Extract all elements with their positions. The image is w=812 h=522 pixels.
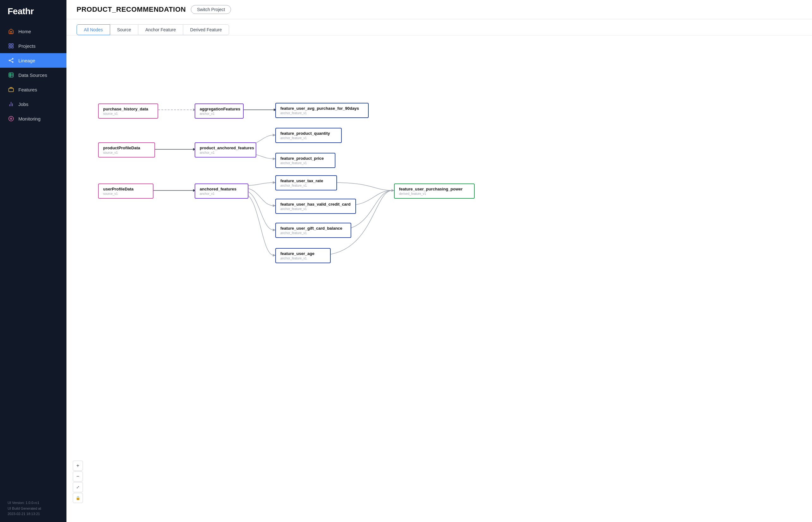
sidebar-item-features[interactable]: Features: [0, 82, 66, 97]
node-sub: source_v1: [103, 112, 153, 116]
sidebar-item-datasources-label: Data Sources: [18, 73, 47, 78]
sidebar-item-monitoring[interactable]: Monitoring: [0, 112, 66, 126]
sidebar-item-data-sources[interactable]: Data Sources: [0, 68, 66, 82]
fit-view-button[interactable]: ⤢: [73, 482, 83, 492]
svg-point-15: [11, 118, 12, 120]
lineage-icon: [7, 57, 15, 64]
node-purchase-history-data[interactable]: purchase_history_data source_v1: [98, 103, 158, 119]
node-sub: derived_feature_v1: [399, 192, 470, 196]
node-sub: anchor_feature_v1: [280, 161, 330, 165]
node-sub: anchor_feature_v1: [280, 257, 325, 260]
svg-rect-0: [9, 44, 11, 45]
node-sub: anchor_v1: [200, 192, 243, 196]
node-label: anchored_features: [200, 187, 236, 192]
sidebar-item-projects[interactable]: Projects: [0, 39, 66, 53]
svg-rect-9: [9, 73, 13, 77]
node-product-anchored-features[interactable]: product_anchored_features anchor_v1: [195, 142, 256, 158]
jobs-icon: [7, 101, 15, 107]
node-label: feature_user_avg_purchase_for_90days: [280, 106, 359, 111]
sidebar: Feathr Home Projects Lineage: [0, 0, 66, 522]
node-label: userProfileData: [103, 187, 134, 192]
datasources-icon: [7, 72, 15, 78]
sidebar-item-features-label: Features: [18, 87, 37, 93]
node-sub: anchor_feature_v1: [280, 231, 346, 235]
node-userProfileData[interactable]: userProfileData source_v1: [98, 183, 154, 199]
node-label: aggregationFeatures: [200, 107, 240, 112]
node-sub: anchor_feature_v1: [280, 136, 337, 140]
graph-area: purchase_history_data source_v1 productP…: [66, 36, 812, 522]
switch-project-button[interactable]: Switch Project: [191, 5, 231, 14]
node-feature-user-age[interactable]: feature_user_age anchor_feature_v1: [275, 248, 331, 263]
node-feature-product-price[interactable]: feature_product_price anchor_feature_v1: [275, 153, 335, 168]
node-aggregationFeatures[interactable]: aggregationFeatures anchor_v1: [195, 103, 244, 119]
node-anchored-features[interactable]: anchored_features anchor_v1: [195, 183, 249, 199]
node-sub: anchor_feature_v1: [280, 207, 351, 211]
sidebar-item-monitoring-label: Monitoring: [18, 116, 40, 121]
node-productProfileData[interactable]: productProfileData source_v1: [98, 142, 155, 158]
node-label: feature_user_has_valid_credit_card: [280, 202, 351, 206]
tab-source[interactable]: Source: [110, 24, 138, 35]
node-sub: anchor_feature_v1: [280, 112, 363, 115]
home-icon: [7, 28, 15, 35]
svg-rect-3: [12, 46, 13, 48]
header: PRODUCT_RECOMMENDATION Switch Project: [66, 0, 812, 19]
node-label: purchase_history_data: [103, 107, 148, 112]
node-feature-user-purchasing-power[interactable]: feature_user_purchasing_power derived_fe…: [394, 183, 475, 199]
sidebar-item-home-label: Home: [18, 29, 31, 34]
node-label: feature_user_gift_card_balance: [280, 226, 342, 230]
graph-container: purchase_history_data source_v1 productP…: [73, 42, 484, 279]
monitoring-icon: [7, 115, 15, 122]
sidebar-item-projects-label: Projects: [18, 43, 36, 49]
sidebar-item-home[interactable]: Home: [0, 24, 66, 39]
zoom-out-button[interactable]: −: [73, 471, 83, 482]
node-sub: source_v1: [103, 192, 148, 196]
node-label: feature_product_quantity: [280, 131, 330, 136]
node-sub: anchor_v1: [200, 112, 239, 116]
node-label: productProfileData: [103, 145, 140, 150]
svg-line-7: [10, 59, 12, 60]
lock-button[interactable]: 🔒: [73, 493, 83, 503]
node-sub: anchor_v1: [200, 151, 251, 154]
main-content: PRODUCT_RECOMMENDATION Switch Project Al…: [66, 0, 812, 522]
node-label: product_anchored_features: [200, 145, 254, 150]
project-title: PRODUCT_RECOMMENDATION: [77, 5, 186, 14]
node-feature-product-quantity[interactable]: feature_product_quantity anchor_feature_…: [275, 128, 342, 143]
svg-line-8: [10, 60, 12, 62]
node-label: feature_user_age: [280, 251, 315, 256]
node-label: feature_product_price: [280, 156, 324, 161]
sidebar-item-jobs[interactable]: Jobs: [0, 97, 66, 112]
zoom-in-button[interactable]: +: [73, 461, 83, 471]
sidebar-version: UI Version: 1.0.0-rc1 UI Build Generated…: [0, 495, 66, 522]
tab-anchor-feature[interactable]: Anchor Feature: [138, 24, 183, 35]
svg-rect-13: [9, 88, 14, 92]
sidebar-item-jobs-label: Jobs: [18, 102, 28, 107]
sidebar-item-lineage-label: Lineage: [18, 58, 35, 63]
node-feature-user-valid-cc[interactable]: feature_user_has_valid_credit_card ancho…: [275, 199, 356, 214]
node-sub: source_v1: [103, 151, 150, 154]
svg-rect-1: [12, 44, 13, 45]
tab-derived-feature[interactable]: Derived Feature: [183, 24, 229, 35]
svg-point-14: [9, 116, 14, 121]
tab-all-nodes[interactable]: All Nodes: [77, 24, 110, 35]
node-feature-user-gift-card[interactable]: feature_user_gift_card_balance anchor_fe…: [275, 223, 351, 238]
svg-rect-2: [9, 46, 11, 48]
node-sub: anchor_feature_v1: [280, 184, 332, 187]
projects-icon: [7, 42, 15, 49]
features-icon: [7, 86, 15, 93]
node-feature-user-tax-rate[interactable]: feature_user_tax_rate anchor_feature_v1: [275, 175, 337, 190]
app-logo: Feathr: [0, 0, 66, 24]
node-label: feature_user_tax_rate: [280, 178, 323, 183]
node-feature-user-avg-purchase[interactable]: feature_user_avg_purchase_for_90days anc…: [275, 103, 369, 118]
zoom-controls: + − ⤢ 🔒: [73, 461, 83, 503]
node-label: feature_user_purchasing_power: [399, 187, 463, 192]
tab-bar: All Nodes Source Anchor Feature Derived …: [66, 19, 812, 36]
sidebar-item-lineage[interactable]: Lineage: [0, 53, 66, 68]
